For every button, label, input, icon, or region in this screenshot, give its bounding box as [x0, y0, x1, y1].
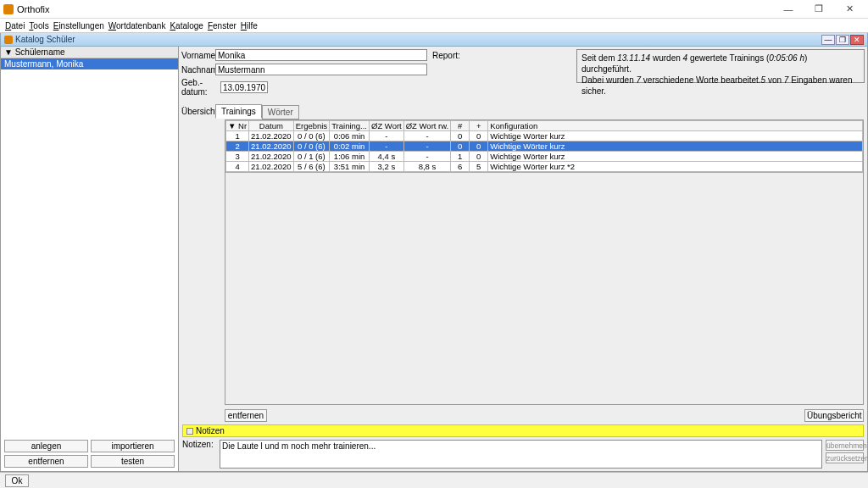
- vorname-input[interactable]: [215, 49, 427, 61]
- col-ozwortrw: ØZ Wort rw.: [403, 121, 451, 131]
- anlegen-button[interactable]: anlegen: [4, 440, 88, 452]
- menu-datei[interactable]: Datei: [3, 21, 26, 30]
- mdi-icon: [4, 36, 13, 44]
- col-ergebnis: Ergebnis: [293, 121, 330, 131]
- geb-input[interactable]: [220, 81, 268, 93]
- student-list-item[interactable]: Mustermann, Monika: [1, 58, 178, 69]
- sidebar-header[interactable]: ▼ Schülername: [1, 47, 178, 58]
- grid-header-row[interactable]: ▼ Nr Datum Ergebnis Training... ØZ Wort …: [226, 121, 863, 131]
- col-ozwort: ØZ Wort: [370, 121, 404, 131]
- col-datum: Datum: [249, 121, 294, 131]
- tab-woerter[interactable]: Wörter: [262, 105, 299, 119]
- mdi-maximize-button[interactable]: ❐: [836, 35, 849, 45]
- importieren-button[interactable]: importieren: [91, 440, 175, 452]
- training-entfernen-button[interactable]: entfernen: [225, 409, 267, 422]
- window-titlebar: Orthofix — ❐ ✕: [0, 0, 868, 19]
- menu-fenster[interactable]: Fenster: [206, 21, 238, 30]
- report-box: Seit dem 13.11.14 wurden 4 gewertete Tra…: [576, 49, 865, 83]
- col-konfig: Konfiguration: [488, 121, 863, 131]
- mdi-minimize-button[interactable]: —: [821, 35, 835, 45]
- table-row[interactable]: 421.02.20205 / 6 (6)3:51 min3,2 s8,8 s65…: [226, 162, 863, 172]
- col-nr: ▼ Nr: [226, 121, 249, 131]
- report-label: Report:: [432, 51, 461, 60]
- mdi-close-button[interactable]: ✕: [850, 35, 864, 45]
- mdi-titlebar: Katalog Schüler — ❐ ✕: [0, 33, 868, 47]
- student-list[interactable]: Mustermann, Monika: [1, 58, 178, 436]
- testen-button[interactable]: testen: [91, 455, 175, 468]
- menu-einstellungen[interactable]: Einstellungen: [52, 21, 106, 30]
- menu-hilfe[interactable]: Hilfe: [239, 21, 259, 30]
- collapse-icon: [186, 428, 193, 435]
- trainings-grid: ▼ Nr Datum Ergebnis Training... ØZ Wort …: [225, 119, 864, 405]
- uebungsbericht-button[interactable]: Übungsbericht: [804, 409, 864, 422]
- nachname-input[interactable]: [215, 64, 427, 75]
- geb-label: Geb.-datum:: [181, 78, 220, 97]
- uebersicht-label: Übersicht:: [181, 107, 215, 118]
- minimize-button[interactable]: —: [773, 1, 804, 18]
- maximize-button[interactable]: ❐: [804, 1, 834, 18]
- window-title: Orthofix: [17, 4, 773, 14]
- sidebar: ▼ Schülername Mustermann, Monika anlegen…: [0, 47, 179, 472]
- col-training: Training...: [330, 121, 370, 131]
- mdi-title: Katalog Schüler: [15, 35, 821, 44]
- menu-bar: Datei Tools Einstellungen Wortdatenbank …: [0, 19, 868, 33]
- notizen-bar[interactable]: Notizen: [182, 424, 864, 437]
- entfernen-button[interactable]: entfernen: [4, 455, 88, 468]
- table-row[interactable]: 121.02.20200 / 0 (6)0:06 min--00Wichtige…: [226, 131, 863, 141]
- uebernehmen-button[interactable]: übernehmen: [826, 440, 864, 451]
- notizen-textarea[interactable]: [220, 440, 822, 469]
- vorname-label: Vorname:: [181, 51, 215, 60]
- main-panel: Vorname: Report: Nachname: Geb.-datum: S…: [179, 47, 868, 472]
- close-button[interactable]: ✕: [834, 1, 865, 18]
- ok-button[interactable]: Ok: [5, 474, 29, 487]
- menu-wortdatenbank[interactable]: Wortdatenbank: [107, 21, 168, 30]
- nachname-label: Nachname:: [181, 65, 215, 75]
- menu-kataloge[interactable]: Kataloge: [168, 21, 204, 30]
- col-hash: #: [451, 121, 470, 131]
- tab-trainings[interactable]: Trainings: [215, 104, 262, 119]
- table-row[interactable]: 321.02.20200 / 1 (6)1:06 min4,4 s-10Wich…: [226, 152, 863, 162]
- menu-tools[interactable]: Tools: [27, 21, 50, 30]
- col-plus: +: [470, 121, 488, 131]
- zuruecksetzen-button[interactable]: zurücksetzen: [826, 452, 864, 463]
- grid-empty-area: [225, 173, 863, 404]
- notizen-label: Notizen:: [182, 440, 216, 469]
- table-row[interactable]: 221.02.20200 / 0 (6)0:02 min--00Wichtige…: [226, 141, 863, 152]
- bottom-bar: Ok: [0, 472, 868, 488]
- app-icon: [3, 4, 14, 14]
